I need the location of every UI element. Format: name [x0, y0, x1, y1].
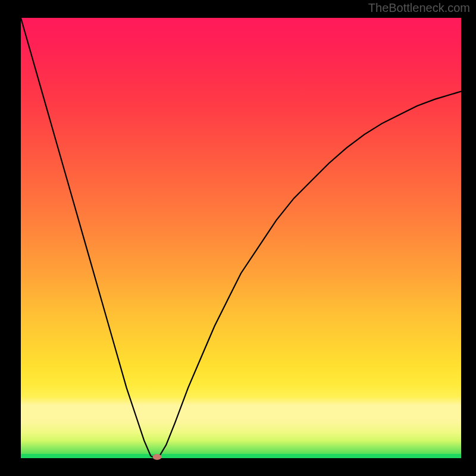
- bottleneck-curve: [21, 18, 461, 458]
- chart-plot-area: [21, 18, 461, 458]
- optimum-marker: [153, 454, 162, 460]
- attribution-text: TheBottleneck.com: [368, 1, 470, 15]
